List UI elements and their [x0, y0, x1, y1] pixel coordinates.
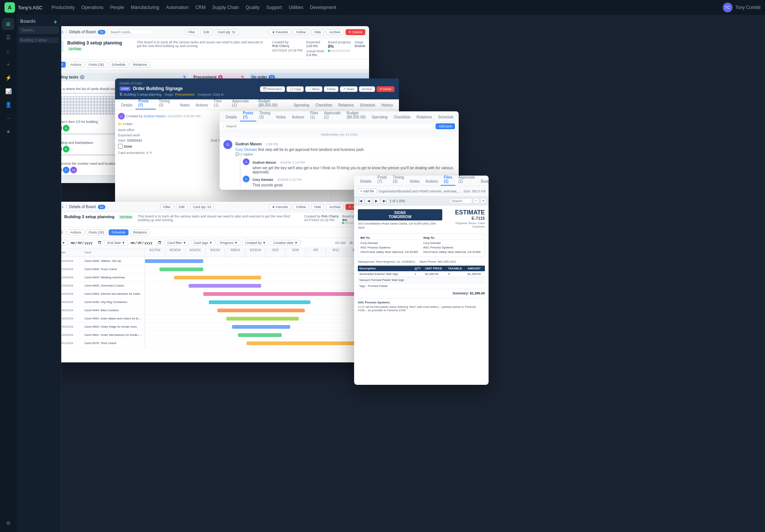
tab-notes[interactable]: Notes [177, 102, 193, 109]
sched-relations-tab[interactable]: Relations [130, 229, 150, 235]
est-tab-posts[interactable]: Posts (7) [375, 176, 390, 186]
tab-history[interactable]: History [378, 102, 396, 109]
schedule-archive-btn[interactable]: Archive [326, 204, 343, 210]
app-logo[interactable]: A [4, 2, 15, 13]
assignee-checkbox[interactable] [118, 144, 123, 149]
boards-search-input[interactable] [19, 27, 59, 34]
est-tab-files[interactable]: Files (1) [441, 176, 455, 186]
pdf-nav-prev[interactable]: ◀ [365, 198, 372, 204]
est-tab-notes[interactable]: Notes [407, 178, 422, 186]
tab-timing[interactable]: Timing (3) [156, 98, 177, 109]
nav-operations[interactable]: Operations [78, 3, 106, 12]
pdf-zoom-in[interactable]: + [480, 198, 486, 204]
creator-link[interactable]: Gudrun Mason [144, 114, 166, 118]
boards-item-active[interactable]: Building 3 setup... [19, 37, 59, 43]
sidebar-bolt-icon[interactable]: ⚡ [2, 72, 14, 84]
copy-button[interactable]: 📋 Copy [287, 86, 304, 92]
posts-tab-schedule[interactable]: Schedule [435, 114, 457, 121]
nav-relations-tab[interactable]: Relations [130, 62, 150, 68]
pdf-zoom-out[interactable]: − [473, 198, 479, 204]
tab-posts[interactable]: Posts (7) [136, 98, 156, 109]
schedule-cardqty-btn[interactable]: Card qty: 53 [190, 204, 214, 210]
board-search-input[interactable] [108, 30, 155, 35]
nav-people[interactable]: People [107, 3, 127, 12]
automation-edit[interactable]: ✎ [149, 151, 152, 155]
posts-tab-history[interactable]: History [456, 114, 459, 121]
follow-button[interactable]: Follow [293, 29, 309, 35]
posts-tab-files[interactable]: Files (1) [307, 111, 321, 121]
posts-tab-timing[interactable]: Timing (3) [256, 111, 273, 121]
creation-date-btn[interactable]: Creation date ▼ [270, 240, 301, 246]
user-avatar[interactable]: TC [723, 3, 733, 12]
pdf-search[interactable] [450, 198, 472, 204]
tab-relations[interactable]: Relations [335, 102, 357, 109]
sidebar-star-icon[interactable]: ★ [2, 126, 14, 137]
posts-tab-spending[interactable]: Spending [369, 114, 390, 121]
sidebar-search-icon[interactable]: ⌕ [2, 45, 14, 57]
card-follow-button[interactable]: Follow [324, 86, 338, 92]
card-filter-btn[interactable]: Card filter ▼ [164, 240, 189, 246]
sidebar-list-icon[interactable]: ☰ [2, 31, 14, 43]
tab-details[interactable]: Details [118, 102, 136, 109]
card-tags-btn[interactable]: Card tags ▼ [191, 240, 215, 246]
posts-tab-approvals[interactable]: Approvals (1) [321, 111, 344, 121]
delete-button[interactable]: ✕ Delete [346, 29, 365, 35]
filter-button[interactable]: Filter [185, 29, 198, 35]
posts-tab-posts[interactable]: Posts (7) [240, 111, 256, 121]
tab-schedule[interactable]: Schedule [357, 102, 378, 109]
nav-automation[interactable]: Automation [163, 3, 192, 12]
reminders-button[interactable]: ⏰ Reminders [260, 86, 285, 92]
schedule-edit-btn[interactable]: Edit [176, 204, 188, 210]
sidebar-arrow-icon[interactable]: → [2, 112, 14, 124]
posts-tab-notes[interactable]: Notes [273, 114, 289, 121]
est-tab-timing[interactable]: Timing (3) [390, 176, 407, 186]
archive-button[interactable]: Archive [326, 29, 343, 35]
sched-posts-tab[interactable]: Posts (26) [86, 229, 107, 235]
sched-schedule-tab[interactable]: Schedule [109, 229, 129, 235]
nav-crm[interactable]: CRM [192, 3, 208, 12]
sidebar-boards-icon[interactable]: ⊞ [2, 18, 14, 30]
est-tab-details[interactable]: Details [357, 178, 375, 186]
progress-btn[interactable]: Progress ▼ [217, 240, 241, 246]
tab-spending[interactable]: Spending [291, 102, 312, 109]
posts-search[interactable] [223, 123, 433, 129]
nav-manufacturing[interactable]: Manufacturing [128, 3, 162, 12]
pdf-nav-first[interactable]: |◀ [356, 198, 364, 204]
tab-approvals[interactable]: Approvals (1) [229, 98, 255, 109]
tab-files[interactable]: Files (1) [211, 98, 229, 109]
nav-schedule-tab[interactable]: Schedule [109, 62, 129, 68]
schedule-filter-btn[interactable]: Filter [160, 204, 174, 210]
nav-development[interactable]: Development [307, 3, 340, 12]
favorite-button[interactable]: ★ Favorite [269, 29, 291, 35]
posts-tab-budget[interactable]: Budget ($9,505.00) [344, 111, 369, 121]
est-tab-actions[interactable]: Actions [422, 178, 441, 186]
sidebar-settings-icon[interactable]: ⚙ [2, 517, 14, 529]
posts-tab-actions[interactable]: Actions [289, 114, 307, 121]
pdf-nav-next[interactable]: ▶ [373, 198, 380, 204]
sidebar-plus-icon[interactable]: + [2, 58, 14, 70]
card-qty-button[interactable]: Card qty: 51 [214, 29, 239, 35]
card-archive-button[interactable]: Archive [359, 86, 375, 92]
nav-actions-tab[interactable]: Actions [67, 62, 84, 68]
end-date-input[interactable] [130, 239, 163, 246]
nav-quality[interactable]: Quality [243, 3, 263, 12]
sched-actions-tab[interactable]: Actions [67, 229, 84, 235]
tab-checklists[interactable]: Checklists [312, 102, 335, 109]
pdf-nav-last[interactable]: ▶| [381, 198, 389, 204]
posts-tab-details[interactable]: Details [223, 114, 240, 121]
schedule-fav-btn[interactable]: ★ Favorite [269, 204, 291, 210]
tab-budget[interactable]: Budget ($9,505.00) [255, 98, 291, 109]
card-delete-button[interactable]: ✕ Delete [377, 86, 394, 92]
created-by-btn[interactable]: Created by ▼ [242, 240, 269, 246]
tab-actions[interactable]: Actions [193, 102, 211, 109]
move-button[interactable]: → Move [305, 86, 322, 92]
posts-tab-checklists[interactable]: Checklists [390, 114, 414, 121]
nav-utilities[interactable]: Utilities [286, 3, 306, 12]
end-date-btn[interactable]: End date ▼ [104, 240, 128, 246]
est-tab-budget[interactable]: Budget [478, 178, 489, 186]
sidebar-chart-icon[interactable]: 📊 [2, 85, 14, 97]
schedule-follow-btn[interactable]: Follow [293, 204, 309, 210]
post-replies-count[interactable]: 💬 2 replies [235, 152, 455, 156]
sidebar-person-icon[interactable]: 👤 [2, 99, 14, 111]
edit-button[interactable]: Edit [201, 29, 213, 35]
